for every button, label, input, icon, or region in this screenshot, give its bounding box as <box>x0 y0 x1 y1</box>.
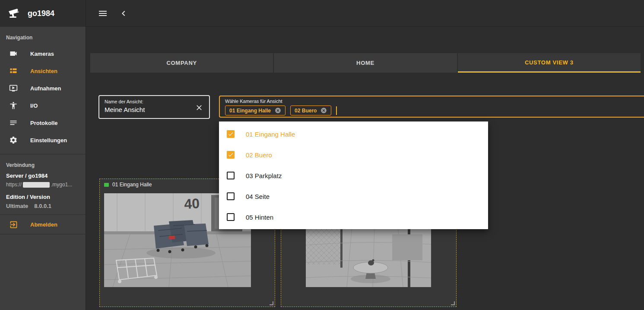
camera-option-04[interactable]: 04 Seite <box>219 186 488 207</box>
view-name-input[interactable]: Name der Ansicht: Meine Ansicht <box>98 95 210 119</box>
option-label: 02 Buero <box>246 151 272 159</box>
camera-option-02[interactable]: 02 Buero <box>219 144 488 165</box>
view-name-label: Name der Ansicht: <box>105 99 204 104</box>
app-title: go1984 <box>28 9 54 18</box>
views-icon <box>9 67 18 75</box>
server-url-prefix: https:// <box>6 182 22 188</box>
camera-icon <box>9 49 18 58</box>
sidebar-item-einstellungen[interactable]: Einstellungen <box>0 131 86 149</box>
sidebar-item-kameras[interactable]: Kameras <box>0 45 86 62</box>
tile-resize-handle[interactable] <box>270 301 273 305</box>
sidebar-item-protokolle[interactable]: Protokolle <box>0 114 86 131</box>
chip-row: 01 Eingang Halle 02 Buero <box>225 105 639 115</box>
version-value: 8.0.0.1 <box>34 203 51 209</box>
logout-label: Abmelden <box>30 221 57 228</box>
camera-online-status-icon <box>104 183 109 187</box>
sidebar-item-io[interactable]: I/O <box>0 97 86 114</box>
chip-label: 02 Buero <box>295 108 317 114</box>
clear-name-icon[interactable] <box>195 103 203 112</box>
chip-remove-icon[interactable] <box>275 107 281 114</box>
sidebar-item-label: Kameras <box>30 51 54 57</box>
hamburger-menu-icon[interactable] <box>98 8 108 19</box>
camera-option-03[interactable]: 03 Parkplatz <box>219 165 488 186</box>
logout-button[interactable]: Abmelden <box>0 214 86 234</box>
sidebar-item-label: Einstellungen <box>30 137 67 144</box>
camera-select-label: Wähle Kameras für Ansicht <box>225 99 639 104</box>
back-chevron-icon[interactable] <box>118 8 129 19</box>
edition-value: Ultimate <box>6 203 28 209</box>
wall-number-text: 40 <box>184 195 200 212</box>
sidebar-item-ansichten[interactable]: Ansichten <box>0 62 86 80</box>
tile-title: 01 Eingang Halle <box>112 182 152 188</box>
edition-value-row: Ultimate 8.0.0.1 <box>6 203 79 209</box>
checkbox-unchecked-icon[interactable] <box>227 172 235 179</box>
chip-remove-icon[interactable] <box>320 107 327 114</box>
tab-custom-view-3[interactable]: CUSTOM VIEW 3 <box>458 53 641 73</box>
camera-chip: 02 Buero <box>290 105 331 115</box>
camera-chip: 01 Eingang Halle <box>225 105 286 115</box>
server-label: Server / go1984 <box>6 173 79 179</box>
option-label: 05 Hinten <box>246 214 273 221</box>
tile-resize-handle[interactable] <box>451 301 455 305</box>
sidebar-item-aufnahmen[interactable]: Aufnahmen <box>0 80 86 97</box>
sidebar-item-label: Ansichten <box>30 68 57 74</box>
sidebar-item-label: Aufnahmen <box>30 85 61 92</box>
checkbox-checked-icon[interactable] <box>227 151 235 159</box>
server-url-redacted <box>23 182 50 188</box>
camera-option-05[interactable]: 05 Hinten <box>219 207 488 227</box>
logout-icon <box>9 220 18 229</box>
sidebar-item-label: I/O <box>30 102 38 109</box>
camera-options-dropdown: 01 Eingang Halle 02 Buero 03 Parkplatz 0… <box>219 121 488 229</box>
app-logo: go1984 <box>0 0 86 27</box>
recordings-icon <box>9 84 18 93</box>
checkbox-checked-icon[interactable] <box>227 130 235 138</box>
checkbox-unchecked-icon[interactable] <box>227 192 235 200</box>
nav-section-label: Navigation <box>0 27 86 45</box>
settings-gear-icon <box>9 136 18 144</box>
server-url-suffix: .mygo1... <box>51 182 72 188</box>
edition-label: Edition / Version <box>6 194 79 200</box>
option-label: 01 Eingang Halle <box>246 131 295 138</box>
sidebar: Navigation Kameras Ansichten Aufnahmen I… <box>0 27 86 310</box>
go1984-window: go1984 Navigation Kameras Ansichten Aufn… <box>0 0 644 310</box>
tab-home[interactable]: HOME <box>274 53 457 73</box>
server-url: https:// .mygo1... <box>6 182 79 188</box>
chip-label: 01 Eingang Halle <box>229 108 271 114</box>
camera-option-01[interactable]: 01 Eingang Halle <box>219 124 488 144</box>
camera-select-input[interactable]: Wähle Kameras für Ansicht 01 Eingang Hal… <box>219 96 644 118</box>
tab-company[interactable]: COMPANY <box>90 53 273 73</box>
option-label: 03 Parkplatz <box>246 172 282 179</box>
text-cursor <box>336 106 337 115</box>
view-tabs: COMPANY HOME CUSTOM VIEW 3 <box>90 53 641 73</box>
topbar: go1984 <box>0 0 644 27</box>
connection-info: Server / go1984 https:// .mygo1... Editi… <box>0 173 86 209</box>
option-label: 04 Seite <box>246 193 270 200</box>
logs-icon <box>9 118 18 127</box>
connection-section-label: Verbindung <box>0 154 86 173</box>
io-icon <box>9 101 18 110</box>
checkbox-unchecked-icon[interactable] <box>227 213 235 221</box>
sidebar-item-label: Protokolle <box>30 120 58 126</box>
cctv-camera-icon <box>8 8 22 19</box>
view-name-value: Meine Ansicht <box>105 106 204 113</box>
